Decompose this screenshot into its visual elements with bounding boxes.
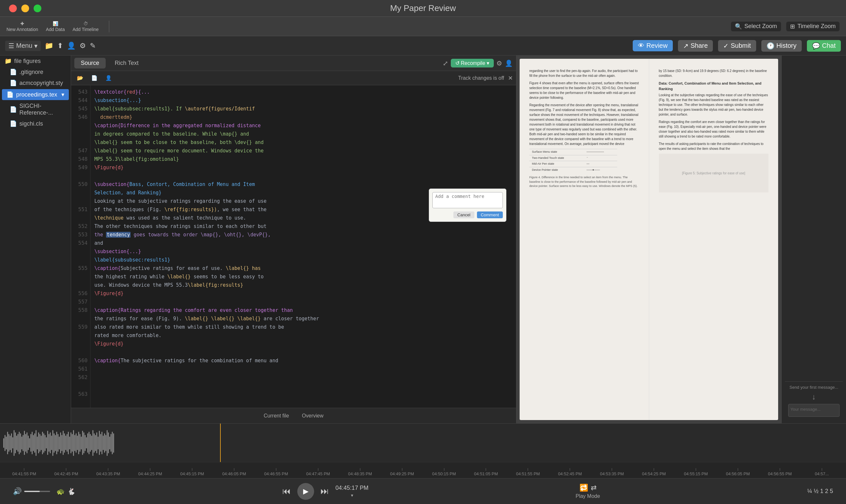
waveform-bar xyxy=(20,433,21,453)
comment-input[interactable] xyxy=(432,192,503,208)
add-timeline-button[interactable]: ⏱ Add Timeline xyxy=(72,21,99,32)
waveform-bar xyxy=(24,431,25,455)
comment-cancel-button[interactable]: Cancel xyxy=(453,212,474,218)
share-button[interactable]: ↗ Share xyxy=(678,40,713,52)
person-small-icon[interactable]: 👤 xyxy=(103,74,115,82)
waveform-bar xyxy=(68,432,69,454)
expand-icon[interactable]: ⤢ xyxy=(443,59,448,67)
ruler-tick: 04:51:05 PM xyxy=(465,468,507,476)
sidebar-item-proceedings[interactable]: 📄 proceedings.tex ▾ xyxy=(2,89,69,100)
chat-button[interactable]: 💬 Chat xyxy=(807,40,841,52)
waveform-bar xyxy=(47,431,48,455)
fast-forward-button[interactable]: ⏭ xyxy=(321,486,329,496)
upload-icon[interactable]: ⬆ xyxy=(57,42,63,50)
main-area: 📁 file figures 📄 .gitignore 📄 acmcopyrig… xyxy=(0,56,846,423)
ruler-tick: 04:42:45 PM xyxy=(45,468,87,476)
waveform-bar xyxy=(78,432,79,454)
tab-source[interactable]: Source xyxy=(74,58,106,69)
settings-icon[interactable]: ⚙ xyxy=(80,42,86,50)
code-line: also rated more similar to them while st… xyxy=(94,323,512,331)
waveform-bar xyxy=(14,430,15,456)
volume-icon[interactable]: 🔊 xyxy=(13,487,22,496)
sidebar-item-acmcopyright[interactable]: 📄 acmcopyright.sty xyxy=(0,77,71,88)
code-line: \subsection{...} xyxy=(94,96,512,105)
playback-small-icon-2[interactable]: 🐇 xyxy=(67,488,75,495)
send-arrow-icon: ↓ xyxy=(812,392,816,401)
comment-save-button[interactable]: Comment xyxy=(477,212,503,218)
ruler-tick: 04:46:05 PM xyxy=(213,468,255,476)
file-new-icon[interactable]: 📄 xyxy=(88,74,100,82)
minimize-button[interactable] xyxy=(21,4,29,12)
share-small-icon[interactable]: 👤 xyxy=(505,59,513,67)
shuffle-icon[interactable]: ⇄ xyxy=(591,484,597,492)
toolbar-separator xyxy=(109,21,109,32)
history-button[interactable]: 🕐 History xyxy=(761,40,802,52)
waveform-bar xyxy=(57,434,58,452)
add-data-button[interactable]: 📊 Add Data xyxy=(46,21,65,32)
folder-icon[interactable]: 📁 xyxy=(45,42,53,50)
waveform-bar xyxy=(73,430,74,456)
ruler-tick: 04:44:25 PM xyxy=(129,468,171,476)
waveform-bar xyxy=(95,435,96,451)
select-zoom[interactable]: 🔍 Select Zoom xyxy=(731,22,781,31)
waveform-bar xyxy=(99,431,100,455)
action-right: 👁 Review ↗ Share ✓ Submit 🕐 History 💬 Ch… xyxy=(633,40,841,52)
waveform-bar xyxy=(36,430,36,456)
editor-pane: Source Rich Text ⤢ ↺ Recompile ▾ ⚙ 👤 📂 📄… xyxy=(71,56,516,423)
code-line: dcmerttedm} xyxy=(94,113,512,121)
ruler-tick: 04:51:55 PM xyxy=(507,468,549,476)
sidebar-item-sigchi-ref[interactable]: 📄 SIGCHI-Reference-... xyxy=(0,101,71,118)
timeline-zoom[interactable]: ⊞ Timeline Zoom xyxy=(786,22,840,31)
code-line: rated more comfortable. xyxy=(94,331,512,340)
playback-small-icon-1[interactable]: 🐢 xyxy=(56,488,65,495)
waveform-bar xyxy=(63,431,64,455)
sidebar-label: SIGCHI-Reference-... xyxy=(19,103,66,116)
menu-button[interactable]: ☰ Menu ▾ xyxy=(5,41,41,51)
close-button[interactable] xyxy=(9,4,17,12)
sidebar-item-figures[interactable]: 📁 file figures xyxy=(0,56,71,67)
code-line: \caption{Subjective ratings for ease of … xyxy=(94,264,512,272)
ruler-tick: 04:43:35 PM xyxy=(87,468,129,476)
waveform-bar xyxy=(30,434,31,452)
fullscreen-button[interactable] xyxy=(34,4,41,12)
action-bar: ☰ Menu ▾ 📁 ⬆ 👤 ⚙ ✎ 👁 Review ↗ Share ✓ Su… xyxy=(0,36,846,56)
edit-icon[interactable]: ✎ xyxy=(90,42,96,50)
person-icon[interactable]: 👤 xyxy=(67,42,75,50)
folder-open-icon[interactable]: 📂 xyxy=(74,74,86,82)
sidebar-item-gitignore[interactable]: 📄 .gitignore xyxy=(0,67,71,77)
time-dropdown[interactable]: ▾ xyxy=(351,493,353,498)
code-editor[interactable]: 543 544 545 546 547 548 549 550 551 552 … xyxy=(71,85,516,408)
waveform-bar xyxy=(34,433,35,453)
loop-icon[interactable]: 🔁 xyxy=(580,484,588,492)
track-changes-status: Track changes is off xyxy=(458,75,504,81)
waveform-bar xyxy=(94,433,95,453)
review-button[interactable]: 👁 Review xyxy=(633,40,673,51)
ruler-tick: 04:41:55 PM xyxy=(3,468,45,476)
pdf-text-right-1: by 15 base (SD: 9.4cm) and 19.9 degrees … xyxy=(659,69,769,78)
chat-message-box[interactable]: Your message... xyxy=(788,404,840,417)
waveform-bar xyxy=(88,432,89,454)
code-line: \caption{The subjective ratings for the … xyxy=(94,357,512,365)
compile-settings-icon[interactable]: ⚙ xyxy=(496,59,502,67)
play-button[interactable]: ▶ xyxy=(297,483,314,500)
folder-icon: 📁 xyxy=(4,57,12,65)
recompile-button[interactable]: ↺ Recompile ▾ xyxy=(451,59,494,68)
playhead[interactable] xyxy=(220,424,221,462)
submit-button[interactable]: ✓ Submit xyxy=(718,40,756,52)
sidebar: 📁 file figures 📄 .gitignore 📄 acmcopyrig… xyxy=(0,56,71,423)
time-display: 04:45:17 PM ▾ xyxy=(335,485,368,498)
waveform-bar xyxy=(49,434,49,452)
file-icon: 📄 xyxy=(10,69,17,75)
speed-marks: ¼ ½ 1 2 5 xyxy=(807,488,833,494)
rewind-button[interactable]: ⏮ xyxy=(282,486,291,496)
code-content[interactable]: \textcolor{red}{... \subsection{...} \la… xyxy=(90,85,516,408)
waveform-bar xyxy=(21,436,22,449)
volume-slider[interactable] xyxy=(24,491,50,492)
new-annotation-button[interactable]: ✚ New Annotation xyxy=(6,21,38,32)
ruler-tick: 04:50:15 PM xyxy=(423,468,465,476)
waveform-bar xyxy=(27,432,28,453)
waveform[interactable] xyxy=(0,424,846,462)
close-icon[interactable]: ✕ xyxy=(508,75,513,82)
tab-rich-text[interactable]: Rich Text xyxy=(108,58,145,69)
sidebar-item-sigchi-cls[interactable]: 📄 sigchi.cls xyxy=(0,118,71,129)
